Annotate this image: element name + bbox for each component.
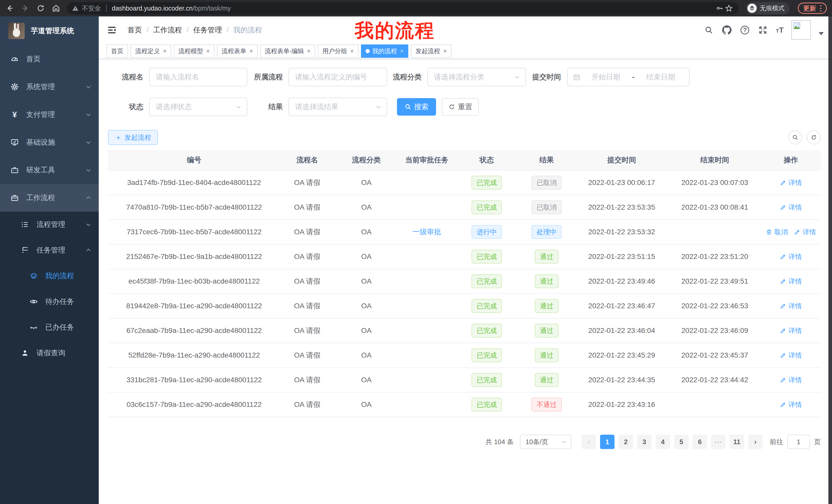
- tab-流程表单[interactable]: 流程表单×: [217, 45, 258, 58]
- close-icon[interactable]: ×: [443, 48, 447, 54]
- refresh-table-button[interactable]: [807, 131, 821, 144]
- detail-link[interactable]: 详情: [794, 228, 816, 236]
- tab-发起流程[interactable]: 发起流程×: [411, 45, 451, 58]
- page-button-3[interactable]: 3: [637, 435, 651, 449]
- breadcrumb-task-mgmt[interactable]: 任务管理: [193, 25, 222, 35]
- cancel-link[interactable]: 取消: [766, 228, 788, 236]
- goto-page-input[interactable]: [787, 435, 810, 449]
- category-select[interactable]: 请选择流程分类: [427, 68, 526, 86]
- detail-link[interactable]: 详情: [780, 277, 802, 286]
- home-icon[interactable]: [51, 4, 61, 13]
- sidebar-item-task-mgmt[interactable]: 任务管理: [0, 237, 99, 263]
- start-date-placeholder[interactable]: 开始日期: [582, 72, 629, 82]
- sidebar-collapse-icon[interactable]: [107, 25, 117, 35]
- detail-link[interactable]: 详情: [780, 302, 802, 311]
- cell-end-time: 2022-01-22 23:49:51: [669, 277, 761, 285]
- back-icon[interactable]: [5, 4, 15, 13]
- result-select[interactable]: 请选择流结果: [288, 97, 387, 116]
- close-icon[interactable]: ×: [206, 48, 210, 54]
- detail-link[interactable]: 详情: [780, 178, 802, 187]
- forward-icon[interactable]: [21, 4, 30, 13]
- next-page-button[interactable]: ›: [748, 435, 762, 449]
- tab-流程表单-编辑[interactable]: 流程表单-编辑×: [260, 45, 315, 58]
- github-icon[interactable]: [722, 25, 732, 35]
- detail-link[interactable]: 详情: [780, 252, 802, 261]
- submit-time-range[interactable]: 开始日期 - 结束日期: [567, 68, 690, 86]
- start-process-button[interactable]: ＋ 发起流程: [108, 130, 158, 145]
- security-label[interactable]: 不安全: [82, 4, 101, 12]
- page-button-5[interactable]: 5: [674, 435, 688, 449]
- cell-result: 通过: [518, 373, 575, 387]
- tab-我的流程[interactable]: 我的流程×: [361, 45, 408, 58]
- tab-用户分组[interactable]: 用户分组×: [318, 45, 358, 58]
- tab-流程定义[interactable]: 流程定义×: [131, 45, 171, 58]
- page-button-6[interactable]: 6: [693, 435, 707, 449]
- sidebar-item-done-tasks[interactable]: 已办任务: [0, 314, 99, 340]
- address-bar[interactable]: 不安全 dashboard.yudao.iocoder.cn/bpm/task/…: [67, 2, 739, 15]
- status-badge: 已完成: [471, 250, 502, 263]
- detail-link[interactable]: 详情: [780, 203, 802, 212]
- browser-update-button[interactable]: 更新: [798, 3, 827, 14]
- detail-link[interactable]: 详情: [780, 375, 802, 385]
- reset-button[interactable]: 重置: [442, 98, 479, 116]
- breadcrumb-home[interactable]: 首页: [128, 25, 142, 35]
- browser-menu-icon[interactable]: [820, 5, 822, 11]
- breadcrumb-workflow[interactable]: 工作流程: [153, 25, 182, 35]
- browser-toolbar: 不安全 dashboard.yudao.iocoder.cn/bpm/task/…: [0, 0, 832, 17]
- cell-id: 7470a810-7b9b-11ec-b5b7-acde48001122: [108, 203, 280, 212]
- process-name-input[interactable]: [149, 68, 247, 86]
- search-icon[interactable]: [704, 25, 714, 35]
- tab-流程模型[interactable]: 流程模型×: [174, 45, 214, 58]
- sidebar-item-home[interactable]: 首页: [0, 45, 99, 73]
- font-size-icon[interactable]: TT: [776, 26, 784, 34]
- page-size-select[interactable]: 10条/页: [520, 435, 571, 449]
- status-select[interactable]: 请选择状态: [149, 97, 247, 116]
- sidebar-item-my-process[interactable]: 我的流程: [0, 263, 99, 289]
- detail-link[interactable]: 详情: [780, 400, 802, 409]
- security-warning-icon[interactable]: [72, 5, 79, 11]
- process-definition-input[interactable]: [288, 68, 387, 86]
- close-icon[interactable]: ×: [350, 48, 354, 54]
- close-icon[interactable]: ×: [307, 48, 311, 54]
- close-icon[interactable]: ×: [250, 48, 253, 54]
- close-icon[interactable]: ×: [400, 48, 404, 54]
- help-icon[interactable]: ?: [740, 25, 750, 35]
- breadcrumb: 首页 / 工作流程 / 任务管理 / 我的流程: [128, 25, 262, 35]
- sidebar-item-infrastructure[interactable]: 基础设施: [0, 129, 99, 156]
- cell-process-name: OA 请假: [280, 301, 334, 311]
- detail-link[interactable]: 详情: [780, 351, 802, 360]
- end-date-placeholder[interactable]: 结束日期: [638, 72, 684, 82]
- password-key-icon[interactable]: [715, 4, 724, 13]
- cell-id: 819442e8-7b9a-11ec-a290-acde48001122: [108, 302, 280, 310]
- page-button-1[interactable]: 1: [600, 435, 615, 449]
- sidebar-item-todo-tasks[interactable]: 待办任务: [0, 289, 99, 314]
- page-ellipsis[interactable]: ···: [711, 435, 726, 449]
- close-icon[interactable]: ×: [163, 48, 166, 54]
- prev-page-button[interactable]: ‹: [581, 435, 596, 449]
- toggle-search-button[interactable]: [788, 131, 802, 144]
- bookmark-star-icon[interactable]: [724, 4, 733, 13]
- reload-icon[interactable]: [36, 4, 45, 13]
- avatar[interactable]: [791, 20, 811, 40]
- task-link[interactable]: 一级审批: [412, 228, 441, 236]
- sidebar-item-payment[interactable]: ¥ 支付管理: [0, 101, 99, 129]
- sidebar-item-leave-query[interactable]: 请假查询: [0, 340, 99, 366]
- action-label: 详情: [788, 375, 802, 385]
- cell-status: 已完成: [455, 373, 518, 387]
- page-button-4[interactable]: 4: [656, 435, 670, 449]
- search-button[interactable]: 搜索: [397, 98, 436, 116]
- sidebar: 芋道管理系统 首页 系统管理 ¥ 支付管理: [0, 17, 99, 504]
- table-body: 3ad174fb-7b9d-11ec-8404-acde48001122OA 请…: [108, 171, 821, 417]
- page-button-2[interactable]: 2: [619, 435, 633, 449]
- avatar-caret-icon[interactable]: [818, 32, 824, 35]
- detail-link[interactable]: 详情: [780, 326, 802, 335]
- sidebar-item-workflow[interactable]: 工作流程: [0, 184, 99, 212]
- sidebar-item-devtools[interactable]: 研发工具: [0, 156, 99, 184]
- update-label[interactable]: 更新: [803, 4, 816, 12]
- sidebar-item-system[interactable]: 系统管理: [0, 73, 99, 101]
- fullscreen-icon[interactable]: [758, 25, 768, 35]
- tab-首页[interactable]: 首页: [106, 45, 128, 58]
- tags-view: 首页流程定义×流程模型×流程表单×流程表单-编辑×用户分组×我的流程×发起流程×: [99, 44, 832, 59]
- sidebar-item-process-mgmt[interactable]: 流程管理: [0, 212, 99, 237]
- page-button-11[interactable]: 11: [730, 435, 744, 449]
